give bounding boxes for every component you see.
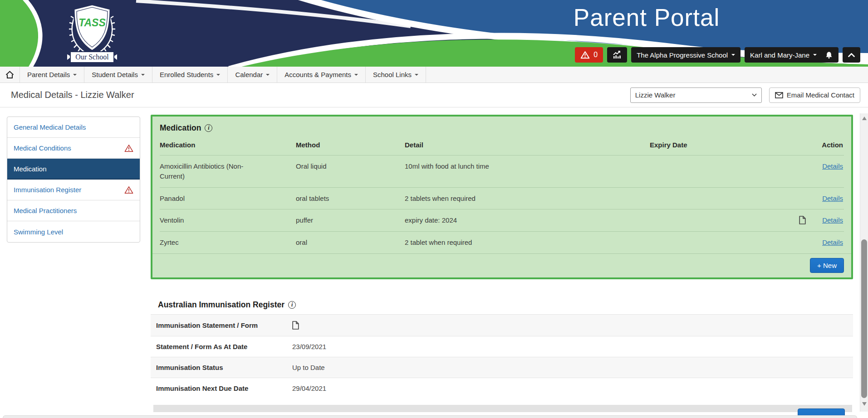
statement-document-icon[interactable] xyxy=(292,321,299,330)
email-button-label: Email Medical Contact xyxy=(787,91,854,99)
sidebar-item-immunisation-register[interactable]: Immunisation Register xyxy=(7,180,140,200)
immunisation-row-statement-form: Immunisation Statement / Form xyxy=(151,314,853,336)
immunisation-row-label: Immunisation Statement / Form xyxy=(151,314,287,336)
nav-parent-details[interactable]: Parent Details xyxy=(20,67,84,83)
info-icon[interactable]: i xyxy=(205,124,212,132)
chevron-down-icon xyxy=(752,93,757,97)
medication-detail: 10ml with food at lunch time xyxy=(405,156,650,188)
immunisation-row-label: Immunisation Status xyxy=(151,357,287,378)
reports-button[interactable] xyxy=(607,47,627,63)
alert-count: 0 xyxy=(593,51,598,59)
chevron-down-icon xyxy=(354,74,358,76)
immunisation-row-label: Statement / Form As At Date xyxy=(151,336,287,357)
logo-shield-text: TASS xyxy=(78,17,106,29)
medication-detail: 2 tablets when required xyxy=(405,187,650,209)
user-menu-button[interactable]: Karl and Mary-Jane xyxy=(745,47,839,63)
sidebar-item-medical-conditions[interactable]: Medical Conditions xyxy=(7,138,140,159)
immunisation-section-title: Australian Immunisation Register i xyxy=(158,300,853,310)
medication-expiry xyxy=(650,187,768,209)
new-medication-button[interactable]: + New xyxy=(810,258,844,273)
notifications-bell-icon[interactable] xyxy=(825,51,833,59)
sidebar-item-label: Medical Conditions xyxy=(14,144,71,152)
vertical-scrollbar[interactable] xyxy=(860,113,868,412)
details-link[interactable]: Details xyxy=(822,216,843,224)
immunisation-row-value: 29/04/2021 xyxy=(287,378,853,399)
immunisation-title-text: Australian Immunisation Register xyxy=(158,300,284,310)
alerts-button[interactable]: 0 xyxy=(575,47,603,63)
sidebar-item-general-medical-details[interactable]: General Medical Details xyxy=(7,117,140,138)
student-selector-value: Lizzie Walker xyxy=(635,91,676,99)
logo-ribbon-text: Our School xyxy=(75,53,109,61)
info-icon[interactable]: i xyxy=(288,301,296,309)
banner: TASS Our School Parent Portal 0 xyxy=(0,0,868,67)
medication-name: Amoxicillin Antibiotics (Non-Current) xyxy=(160,161,259,181)
school-logo: TASS Our School xyxy=(66,3,118,64)
chevron-down-icon xyxy=(731,54,735,56)
sidebar-item-label: Swimming Level xyxy=(14,228,63,236)
nav-label: Calendar xyxy=(235,71,263,78)
medication-panel-footer: + New xyxy=(152,253,851,277)
col-detail: Detail xyxy=(405,135,650,156)
sidebar-item-medication[interactable]: Medication xyxy=(7,159,140,180)
scroll-down-arrow[interactable] xyxy=(860,400,868,408)
immunisation-row-status: Immunisation Status Up to Date xyxy=(151,357,853,378)
sidebar-item-label: Medication xyxy=(14,165,47,173)
immunisation-row-as-at-date: Statement / Form As At Date 23/09/2021 xyxy=(151,336,853,357)
immunisation-row-value: 23/09/2021 xyxy=(287,336,853,357)
details-link[interactable]: Details xyxy=(822,194,843,202)
medication-panel-title: Medication i xyxy=(160,123,844,133)
toolbar-right: Lizzie Walker Email Medical Contact xyxy=(630,87,860,103)
col-expiry-date: Expiry Date xyxy=(650,135,768,156)
sidebar-item-label: Immunisation Register xyxy=(14,186,81,194)
chevron-down-icon xyxy=(216,74,220,76)
chart-icon xyxy=(613,51,622,59)
sidebar-item-swimming-level[interactable]: Swimming Level xyxy=(7,221,140,242)
content-area: Medication i Medication Method Detail Ex… xyxy=(151,115,853,399)
portal-title: Parent Portal xyxy=(549,4,744,31)
medication-detail: expiry date: 2024 xyxy=(405,209,650,232)
attachment-document-icon[interactable] xyxy=(799,216,806,224)
home-icon xyxy=(5,70,15,79)
medication-table-header: Medication Method Detail Expiry Date Act… xyxy=(160,135,844,156)
home-button[interactable] xyxy=(0,67,20,83)
medication-table: Medication Method Detail Expiry Date Act… xyxy=(160,135,844,253)
nav-school-links[interactable]: School Links xyxy=(366,67,426,83)
immunisation-footer-strip xyxy=(153,405,852,412)
email-medical-contact-button[interactable]: Email Medical Contact xyxy=(769,87,860,103)
sidebar-item-medical-practitioners[interactable]: Medical Practitioners xyxy=(7,200,140,221)
medication-row-panadol: Panadol oral tablets 2 tablets when requ… xyxy=(160,187,844,209)
medication-method: oral tablets xyxy=(296,187,405,209)
chevron-down-icon xyxy=(415,74,418,76)
main-nav: Parent Details Student Details Enrolled … xyxy=(0,67,868,83)
nav-calendar[interactable]: Calendar xyxy=(228,67,277,83)
medication-name: Zyrtec xyxy=(160,238,259,248)
sidebar-item-label: Medical Practitioners xyxy=(14,207,77,214)
warning-icon xyxy=(124,144,133,152)
collapse-header-button[interactable] xyxy=(843,47,860,63)
main-content: General Medical Details Medical Conditio… xyxy=(0,107,868,399)
student-selector[interactable]: Lizzie Walker xyxy=(630,87,762,103)
nav-enrolled-students[interactable]: Enrolled Students xyxy=(152,67,228,83)
nav-label: Parent Details xyxy=(27,71,70,78)
medication-expiry xyxy=(650,156,768,188)
immunisation-row-label: Immunisation Next Due Date xyxy=(151,378,287,399)
header-buttons: 0 The Alpha Progressive School Karl and … xyxy=(575,47,860,63)
nav-label: Enrolled Students xyxy=(160,71,213,78)
details-link[interactable]: Details xyxy=(822,162,843,170)
school-selector-button[interactable]: The Alpha Progressive School xyxy=(631,47,740,63)
chevron-down-icon xyxy=(266,74,270,76)
school-selector-label: The Alpha Progressive School xyxy=(637,51,728,59)
scrollbar-thumb[interactable] xyxy=(861,239,867,398)
medication-expiry xyxy=(650,209,768,232)
medication-row-amoxicillin: Amoxicillin Antibiotics (Non-Current) Or… xyxy=(160,156,844,188)
nav-label: School Links xyxy=(373,71,412,78)
medical-sidebar: General Medical Details Medical Conditio… xyxy=(7,117,140,243)
medication-panel: Medication i Medication Method Detail Ex… xyxy=(151,115,853,279)
nav-student-details[interactable]: Student Details xyxy=(84,67,152,83)
warning-icon xyxy=(124,186,133,194)
chevron-up-icon xyxy=(848,53,855,57)
medication-name: Panadol xyxy=(160,194,259,204)
scroll-up-arrow[interactable] xyxy=(860,114,868,122)
details-link[interactable]: Details xyxy=(822,238,843,246)
nav-accounts-payments[interactable]: Accounts & Payments xyxy=(277,67,366,83)
